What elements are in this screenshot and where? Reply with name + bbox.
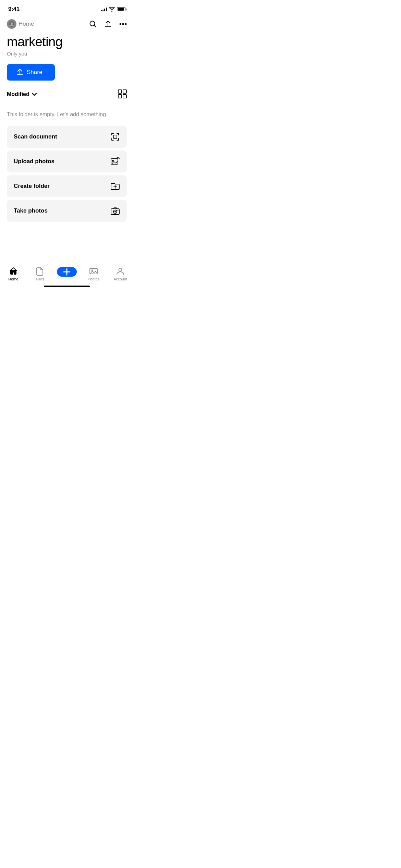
- svg-rect-13: [118, 95, 122, 98]
- svg-point-23: [114, 211, 116, 212]
- search-button[interactable]: [89, 20, 97, 28]
- search-icon: [89, 20, 97, 28]
- tab-photos-label: Photos: [88, 277, 99, 281]
- upload-photos-action[interactable]: Upload photos: [7, 150, 127, 172]
- svg-rect-9: [17, 74, 23, 75]
- sort-chevron-icon: [32, 93, 37, 96]
- svg-rect-12: [123, 90, 126, 93]
- create-folder-label: Create folder: [14, 183, 50, 190]
- share-button-label: Share: [27, 69, 42, 76]
- svg-rect-4: [105, 26, 111, 27]
- home-tab-icon: [9, 267, 18, 276]
- tab-bar: Home Files Photos Account: [0, 262, 134, 289]
- breadcrumb[interactable]: Home: [7, 19, 34, 29]
- more-icon: [119, 23, 127, 25]
- scan-document-icon: [110, 132, 120, 142]
- more-options-button[interactable]: [119, 23, 127, 25]
- photos-tab-icon: [89, 267, 98, 276]
- svg-point-8: [125, 23, 127, 25]
- status-icons: [101, 7, 125, 12]
- svg-point-29: [119, 268, 122, 271]
- status-time: 9:41: [8, 6, 20, 13]
- share-button-icon: [16, 69, 23, 76]
- tab-account-label: Account: [113, 277, 127, 281]
- upload-photos-label: Upload photos: [14, 158, 54, 165]
- upload-icon: [104, 20, 112, 28]
- tab-files[interactable]: Files: [27, 267, 53, 281]
- share-button-container: Share: [0, 59, 134, 86]
- status-bar: 9:41: [0, 0, 134, 16]
- page-title: marketing: [7, 35, 127, 49]
- tab-add[interactable]: [53, 267, 80, 277]
- take-photos-label: Take photos: [14, 207, 48, 214]
- battery-icon: [117, 7, 125, 11]
- action-list: Scan document Upload photos Create folde…: [0, 126, 134, 222]
- tab-photos[interactable]: Photos: [80, 267, 107, 281]
- account-tab-icon: [116, 267, 125, 276]
- grid-view-button[interactable]: [118, 89, 127, 99]
- share-button[interactable]: Share: [7, 64, 55, 81]
- grid-icon: [118, 89, 127, 98]
- nav-actions: [89, 20, 127, 28]
- create-folder-action[interactable]: Create folder: [7, 175, 127, 197]
- svg-point-1: [11, 22, 13, 24]
- svg-rect-11: [118, 90, 122, 93]
- wifi-icon: [109, 7, 115, 12]
- create-folder-icon: [110, 181, 120, 191]
- tab-account[interactable]: Account: [107, 267, 134, 281]
- sort-label: Modified: [7, 91, 37, 97]
- svg-rect-14: [123, 95, 126, 98]
- empty-state-message: This folder is empty. Let's add somethin…: [7, 111, 108, 117]
- take-photos-icon: [110, 206, 120, 216]
- svg-point-24: [118, 209, 119, 210]
- tab-files-label: Files: [36, 277, 44, 281]
- spacer: [0, 222, 134, 262]
- page-subtitle: Only you: [7, 51, 127, 57]
- svg-point-6: [120, 23, 121, 25]
- breadcrumb-home-label[interactable]: Home: [19, 21, 34, 27]
- empty-state: This folder is empty. Let's add somethin…: [0, 103, 134, 124]
- nav-bar: Home: [0, 16, 134, 32]
- upload-button[interactable]: [104, 20, 112, 28]
- take-photos-action[interactable]: Take photos: [7, 200, 127, 222]
- scan-document-label: Scan document: [14, 133, 57, 140]
- sort-button[interactable]: Modified: [7, 91, 37, 97]
- signal-bars-icon: [101, 7, 107, 11]
- scan-document-action[interactable]: Scan document: [7, 126, 127, 148]
- svg-rect-15: [113, 135, 117, 138]
- svg-point-7: [122, 23, 124, 25]
- add-tab-icon: [62, 267, 72, 277]
- add-button[interactable]: [57, 267, 77, 277]
- tab-home[interactable]: Home: [0, 267, 27, 281]
- svg-line-3: [94, 25, 96, 27]
- avatar: [7, 19, 16, 29]
- sort-bar: Modified: [0, 86, 134, 103]
- upload-photos-icon: [110, 157, 120, 166]
- home-indicator: [44, 286, 90, 287]
- page-title-area: marketing Only you: [0, 32, 134, 59]
- files-tab-icon: [36, 267, 45, 276]
- tab-home-label: Home: [8, 277, 18, 281]
